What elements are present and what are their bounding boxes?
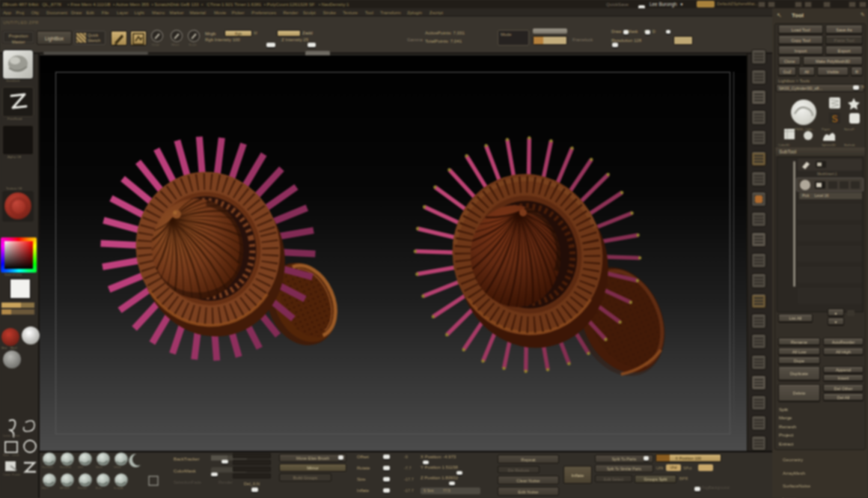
svg-text:S: S	[832, 114, 838, 124]
